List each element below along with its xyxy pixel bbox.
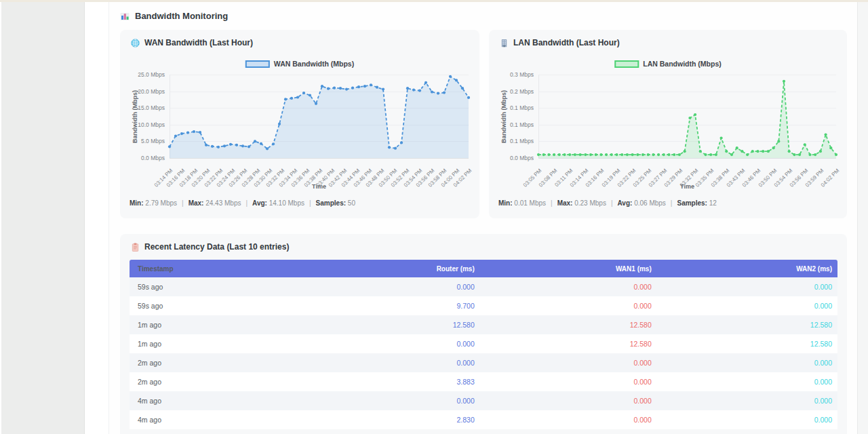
stat-value: 2.79 Mbps — [145, 199, 177, 207]
cell-timestamp: 1m ago — [130, 340, 345, 348]
stat-separator: | — [245, 199, 248, 207]
globe-icon — [131, 39, 140, 47]
table-row: 4m ago2.8300.0000.000 — [130, 410, 837, 429]
legend-swatch — [614, 60, 639, 68]
stat-value: 0.06 Mbps — [634, 199, 666, 207]
cell-wan2: 0.000 — [657, 378, 837, 386]
cell-wan1: 0.000 — [480, 302, 657, 310]
cell-timestamp: 4m ago — [130, 416, 345, 424]
cell-timestamp: 59s ago — [130, 283, 345, 291]
y-tick-label: 25.0 Mbps — [120, 71, 165, 78]
office-building-icon — [500, 39, 509, 47]
cell-wan1: 0.000 — [480, 397, 657, 405]
wan-chart-title: WAN Bandwidth (Last Hour) — [144, 38, 253, 47]
cell-router: 0.000 — [345, 340, 479, 348]
wan-legend[interactable]: WAN Bandwidth (Mbps) — [245, 60, 354, 68]
latency-table: TimestampRouter (ms)WAN1 (ms)WAN2 (ms)59… — [130, 260, 837, 429]
table-row: 1m ago0.00012.58012.580 — [130, 334, 837, 353]
cell-timestamp: 1m ago — [130, 321, 345, 329]
legend-swatch — [245, 60, 270, 68]
stat-separator: | — [671, 199, 673, 207]
cell-timestamp: 2m ago — [130, 359, 345, 367]
wan-plot-area[interactable] — [170, 75, 469, 158]
y-tick-label: 10.0 Mbps — [120, 121, 165, 128]
table-row: 59s ago9.7000.0000.000 — [130, 296, 837, 315]
stat-label: Max: — [189, 199, 206, 207]
y-tick-label: 0.0 Mbps — [489, 155, 534, 161]
main-content: Bandwidth Monitoring WAN Bandwidth (Last… — [108, 2, 857, 434]
wan-chart[interactable]: WAN Bandwidth (Mbps)Bandwidth (Mbps)25.0… — [120, 57, 479, 196]
col-header-timestamp: Timestamp — [130, 265, 345, 273]
top-accent-strip — [0, 0, 868, 2]
y-axis-title: Bandwidth (Mbps) — [500, 90, 507, 143]
cell-wan1: 0.000 — [480, 283, 657, 291]
table-row: 2m ago3.8830.0000.000 — [130, 372, 837, 391]
right-gutter — [857, 2, 868, 434]
cell-router: 3.883 — [345, 378, 479, 386]
cell-wan2: 12.580 — [657, 321, 837, 329]
cell-router: 0.000 — [345, 397, 479, 405]
stat-separator: | — [182, 199, 184, 207]
wan-chart-card: WAN Bandwidth (Last Hour) WAN Bandwidth … — [120, 30, 479, 218]
y-tick-label: 0.3 Mbps — [489, 71, 534, 78]
cell-timestamp: 59s ago — [130, 302, 345, 310]
table-row: 1m ago12.58012.58012.580 — [130, 315, 837, 334]
stat-label: Max: — [557, 199, 575, 207]
latency-title: Recent Latency Data (Last 10 entries) — [144, 242, 289, 252]
x-axis-title: Time — [680, 183, 694, 190]
left-sidebar — [1, 2, 85, 434]
cell-wan1: 12.580 — [480, 340, 657, 348]
cell-router: 0.000 — [345, 283, 479, 291]
lan-legend[interactable]: LAN Bandwidth (Mbps) — [614, 60, 721, 68]
cell-router: 2.830 — [345, 416, 479, 424]
cell-wan2: 0.000 — [657, 397, 837, 405]
y-tick-label: 15.0 Mbps — [120, 104, 165, 111]
stat-separator: | — [551, 199, 553, 207]
stat-value: 24.43 Mbps — [205, 199, 241, 207]
y-tick-label: 0.0 Mbps — [120, 155, 165, 161]
y-tick-label: 0.1 Mbps — [489, 138, 534, 144]
cell-router: 9.700 — [345, 302, 479, 310]
stat-value: 0.23 Mbps — [574, 199, 606, 207]
legend-label: WAN Bandwidth (Mbps) — [274, 60, 354, 68]
clipboard-icon — [131, 243, 140, 252]
y-tick-label: 0.2 Mbps — [489, 88, 534, 95]
cell-router: 0.000 — [345, 359, 479, 367]
cell-wan2: 0.000 — [657, 359, 837, 367]
col-header-wan1: WAN1 (ms) — [480, 265, 657, 273]
wan-card-title: WAN Bandwidth (Last Hour) — [131, 38, 253, 47]
latency-card-title: Recent Latency Data (Last 10 entries) — [131, 242, 289, 252]
y-tick-label: 0.1 Mbps — [489, 104, 534, 111]
lan-card-title: LAN Bandwidth (Last Hour) — [500, 38, 620, 47]
stat-value: 0.01 Mbps — [514, 199, 546, 207]
lan-stats: Min: 0.01 Mbps|Max: 0.23 Mbps|Avg: 0.06 … — [498, 199, 717, 207]
stat-value: 50 — [348, 199, 355, 207]
y-tick-label: 20.0 Mbps — [120, 88, 165, 95]
legend-label: LAN Bandwidth (Mbps) — [643, 60, 721, 68]
stat-label: Samples: — [677, 199, 709, 207]
wan-stats: Min: 2.79 Mbps|Max: 24.43 Mbps|Avg: 14.1… — [130, 199, 355, 207]
cell-wan2: 12.580 — [657, 340, 837, 348]
stat-label: Min: — [498, 199, 514, 207]
stat-value: 12 — [709, 199, 717, 207]
table-row: 2m ago0.0000.0000.000 — [130, 353, 837, 372]
section-header: Bandwidth Monitoring — [120, 11, 228, 21]
stat-label: Avg: — [618, 199, 635, 207]
y-axis-title: Bandwidth (Mbps) — [132, 90, 138, 143]
stat-label: Samples: — [316, 199, 348, 207]
lan-chart[interactable]: LAN Bandwidth (Mbps)Bandwidth (Mbps)0.3 … — [489, 57, 847, 196]
bar-chart-icon — [120, 12, 130, 21]
col-header-wan2: WAN2 (ms) — [657, 265, 837, 273]
lan-chart-card: LAN Bandwidth (Last Hour) LAN Bandwidth … — [489, 30, 847, 218]
lan-chart-title: LAN Bandwidth (Last Hour) — [513, 38, 620, 47]
lan-plot-area[interactable] — [538, 75, 836, 158]
cell-wan1: 0.000 — [480, 378, 657, 386]
cell-wan1: 12.580 — [480, 321, 657, 329]
cell-wan1: 0.000 — [480, 359, 657, 367]
stat-separator: | — [309, 199, 311, 207]
cell-wan2: 0.000 — [657, 416, 837, 424]
y-tick-label: 5.0 Mbps — [120, 138, 165, 144]
latency-card: Recent Latency Data (Last 10 entries) Ti… — [120, 234, 847, 434]
cell-timestamp: 4m ago — [130, 397, 345, 405]
stat-value: 14.10 Mbps — [269, 199, 304, 207]
